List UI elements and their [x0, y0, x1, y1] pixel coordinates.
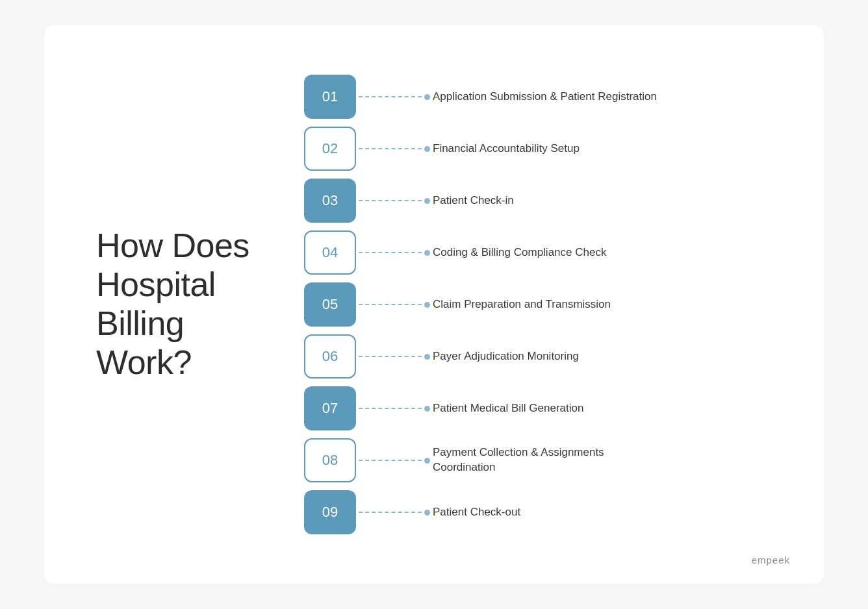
step-row: 08Payment Collection & Assignments Coord… — [304, 434, 772, 486]
dotted-line — [359, 148, 422, 149]
step-box-08: 08 — [304, 438, 356, 482]
step-label-05: Claim Preparation and Transmission — [433, 297, 611, 312]
arrow-dot — [424, 354, 430, 360]
step-row: 07Patient Medical Bill Generation — [304, 382, 772, 434]
step-label-09: Patient Check-out — [433, 505, 520, 520]
dotted-line — [359, 200, 422, 201]
brand-logo: empeek — [752, 554, 790, 566]
arrow-dot — [424, 302, 430, 308]
step-row: 09Patient Check-out — [304, 486, 772, 538]
dotted-line — [359, 356, 422, 357]
dotted-line — [359, 460, 422, 461]
step-connector — [359, 510, 430, 516]
step-box-03: 03 — [304, 179, 356, 223]
step-connector — [359, 198, 430, 204]
step-box-04: 04 — [304, 230, 356, 275]
step-box-05: 05 — [304, 282, 356, 327]
dotted-line — [359, 512, 422, 513]
step-label-06: Payer Adjudication Monitoring — [433, 349, 579, 364]
dotted-line — [359, 408, 422, 409]
step-label-07: Patient Medical Bill Generation — [433, 401, 583, 416]
dotted-line — [359, 96, 422, 97]
arrow-dot — [424, 250, 430, 256]
step-connector — [359, 250, 430, 256]
main-card: How DoesHospitalBilling Work? 01Applicat… — [44, 25, 824, 584]
step-connector — [359, 458, 430, 464]
step-connector — [359, 146, 430, 152]
arrow-dot — [424, 510, 430, 516]
step-row: 06Payer Adjudication Monitoring — [304, 330, 772, 382]
step-box-01: 01 — [304, 75, 356, 119]
steps-list: 01Application Submission & Patient Regis… — [304, 71, 772, 538]
step-row: 02Financial Accountability Setup — [304, 123, 772, 175]
step-label-02: Financial Accountability Setup — [433, 142, 580, 156]
step-box-07: 07 — [304, 386, 356, 430]
step-row: 01Application Submission & Patient Regis… — [304, 71, 772, 123]
step-row: 03Patient Check-in — [304, 175, 772, 227]
step-connector — [359, 354, 430, 360]
step-label-01: Application Submission & Patient Registr… — [433, 90, 657, 105]
title-section: How DoesHospitalBilling Work? — [96, 227, 278, 382]
step-box-02: 02 — [304, 127, 356, 171]
step-label-04: Coding & Billing Compliance Check — [433, 245, 606, 260]
arrow-dot — [424, 198, 430, 204]
arrow-dot — [424, 406, 430, 412]
dotted-line — [359, 252, 422, 253]
step-box-06: 06 — [304, 334, 356, 379]
dotted-line — [359, 304, 422, 305]
step-connector — [359, 302, 430, 308]
step-connector — [359, 94, 430, 100]
step-row: 04Coding & Billing Compliance Check — [304, 227, 772, 279]
arrow-dot — [424, 94, 430, 100]
arrow-dot — [424, 458, 430, 464]
page-title: How DoesHospitalBilling Work? — [96, 227, 278, 382]
arrow-dot — [424, 146, 430, 152]
step-box-09: 09 — [304, 490, 356, 534]
step-label-03: Patient Check-in — [433, 193, 514, 208]
step-label-08: Payment Collection & Assignments Coordin… — [433, 445, 667, 475]
step-connector — [359, 406, 430, 412]
step-row: 05Claim Preparation and Transmission — [304, 279, 772, 330]
